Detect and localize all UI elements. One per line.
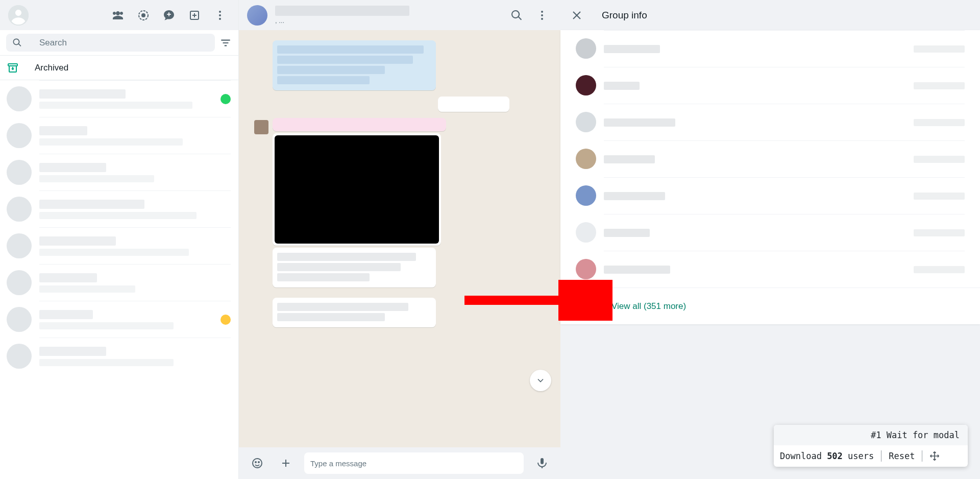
menu-icon[interactable] <box>210 5 230 26</box>
extension-toolbar: Download 502 users Reset <box>774 445 968 467</box>
mic-icon[interactable] <box>532 453 552 473</box>
communities-icon[interactable] <box>108 5 128 26</box>
member-row[interactable] <box>560 177 980 214</box>
member-row[interactable] <box>560 67 980 104</box>
svg-point-1 <box>141 13 145 17</box>
archived-icon <box>7 62 19 74</box>
message-bubble[interactable] <box>273 118 446 131</box>
svg-point-6 <box>219 14 221 16</box>
chat-search-icon[interactable] <box>506 5 527 26</box>
group-info-title: Group info <box>602 10 647 21</box>
chat-item[interactable] <box>0 80 238 117</box>
sidebar: Archived <box>0 0 239 479</box>
sender-avatar[interactable] <box>254 120 268 134</box>
new-chat-icon[interactable] <box>159 5 179 26</box>
group-title-redacted <box>275 6 409 16</box>
chat-menu-icon[interactable] <box>532 5 552 26</box>
message-input[interactable] <box>304 452 524 474</box>
sidebar-header <box>0 0 238 30</box>
group-avatar[interactable] <box>247 5 267 26</box>
member-row[interactable] <box>560 140 980 177</box>
app-shell: Archived <box>0 0 980 479</box>
chat-item[interactable] <box>0 301 238 338</box>
svg-point-15 <box>258 462 259 463</box>
chat-item[interactable] <box>0 117 238 154</box>
status-icon[interactable] <box>133 5 154 26</box>
member-row[interactable] <box>560 251 980 288</box>
archived-row[interactable]: Archived <box>0 55 238 80</box>
group-title-wrap[interactable]: , ... <box>275 6 499 25</box>
member-row[interactable] <box>560 104 980 140</box>
group-info-header: Group info <box>560 0 980 30</box>
message-bubble[interactable] <box>438 97 509 112</box>
view-all-label: View all (351 more) <box>611 301 686 312</box>
search-input[interactable] <box>39 38 209 48</box>
chat-item[interactable] <box>0 264 238 301</box>
scroll-to-bottom-button[interactable] <box>530 370 551 391</box>
sidebar-actions <box>108 5 230 26</box>
chevron-down-icon <box>535 375 546 386</box>
unread-badge <box>220 94 231 104</box>
message-bubble[interactable] <box>273 248 436 288</box>
move-icon[interactable] <box>929 451 940 461</box>
message-list[interactable] <box>239 30 560 447</box>
download-users-button[interactable]: Download 502 users <box>780 451 874 461</box>
svg-point-14 <box>255 462 256 463</box>
chat-list[interactable] <box>0 80 238 479</box>
svg-point-11 <box>541 14 543 16</box>
composer <box>239 447 560 479</box>
reset-button[interactable]: Reset <box>889 451 915 461</box>
message-image[interactable] <box>273 133 441 246</box>
svg-point-7 <box>219 18 221 20</box>
filter-icon[interactable] <box>219 36 232 50</box>
self-avatar[interactable] <box>8 5 29 26</box>
group-subtitle: , ... <box>275 17 499 25</box>
status-badge <box>220 315 231 325</box>
close-icon[interactable] <box>567 5 587 26</box>
svg-point-5 <box>219 11 221 13</box>
chat-pane: , ... <box>239 0 560 479</box>
svg-point-10 <box>541 11 543 13</box>
view-all-members[interactable]: View all (351 more) <box>560 288 980 324</box>
sidebar-search-row <box>0 30 238 55</box>
search-icon <box>12 38 22 47</box>
message-bubble[interactable] <box>273 298 436 327</box>
svg-point-12 <box>541 18 543 20</box>
svg-point-13 <box>253 459 262 468</box>
emoji-icon[interactable] <box>247 453 267 473</box>
extension-overlay[interactable]: #1 Wait for modal Download 502 users Res… <box>774 425 968 467</box>
member-row[interactable] <box>560 214 980 251</box>
chat-avatar <box>7 86 32 111</box>
svg-rect-8 <box>8 64 17 66</box>
message-bubble[interactable] <box>273 40 436 90</box>
attach-icon[interactable] <box>276 453 296 473</box>
chat-header[interactable]: , ... <box>239 0 560 30</box>
new-chat-compose-icon[interactable] <box>184 5 205 26</box>
archived-label: Archived <box>35 63 68 73</box>
chat-item[interactable] <box>0 227 238 264</box>
extension-status: #1 Wait for modal <box>774 425 968 445</box>
sidebar-search[interactable] <box>6 34 215 52</box>
chat-item[interactable] <box>0 154 238 190</box>
group-info-panel: Group info View all (351 more) #1 Wait f… <box>560 0 980 479</box>
chat-item[interactable] <box>0 338 238 374</box>
members-list: View all (351 more) <box>560 30 980 324</box>
member-row[interactable] <box>560 30 980 67</box>
chat-item[interactable] <box>0 190 238 227</box>
